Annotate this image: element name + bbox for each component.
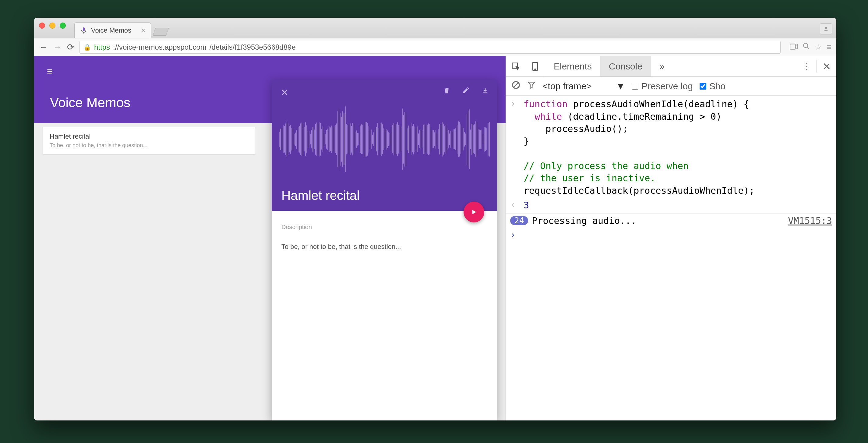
play-button[interactable] [464, 202, 484, 223]
bookmark-icon[interactable]: ☆ [815, 42, 822, 52]
log-count-badge: 24 [510, 216, 528, 225]
content-row: ≡ Voice Memos Hamlet recital To be, or n… [34, 56, 836, 420]
console-result: 3 [524, 199, 832, 212]
app-title: Voice Memos [50, 95, 130, 110]
chrome-profile-button[interactable] [820, 24, 832, 34]
url-path: /details/f1f3953e5668d89e [210, 43, 296, 52]
log-source-link[interactable]: VM1515:3 [788, 215, 832, 226]
preserve-log-label: Preserve log [642, 81, 692, 91]
chrome-toolbar: ← → ⟳ 🔒 https://voice-memos.appspot.com/… [34, 38, 836, 56]
console-prompt-icon: › [510, 98, 520, 109]
svg-rect-6 [483, 92, 488, 93]
tab-title: Voice Memos [91, 27, 131, 34]
device-icon[interactable] [525, 56, 545, 77]
edit-icon[interactable] [462, 87, 470, 96]
traffic-lights [39, 23, 66, 29]
new-tab-button[interactable] [153, 28, 169, 36]
download-icon[interactable] [482, 87, 489, 96]
svg-point-4 [803, 43, 808, 48]
inspect-icon[interactable] [506, 56, 525, 77]
frame-selector-label: <top frame> [542, 81, 592, 91]
preserve-log-checkbox[interactable]: Preserve log [632, 81, 692, 91]
console-input-code: function processAudioWhenIdle(deadline) … [524, 98, 832, 197]
tab-overflow[interactable]: » [651, 56, 673, 77]
tab-close-button[interactable]: × [141, 26, 145, 35]
svg-line-5 [807, 47, 809, 49]
memo-detail-hero: ✕ Hamlet recital [272, 80, 497, 211]
memo-card[interactable]: Hamlet recital To be, or not to be, that… [43, 127, 256, 154]
app-pane: ≡ Voice Memos Hamlet recital To be, or n… [34, 56, 505, 420]
svg-rect-0 [83, 27, 85, 31]
tab-elements[interactable]: Elements [545, 56, 600, 77]
show-label: Sho [709, 81, 725, 91]
chrome-menu-button[interactable]: ≡ [827, 42, 832, 52]
devtools-pane: Elements Console » ⋮ ✕ <top frame> [505, 56, 836, 420]
browser-tab[interactable]: Voice Memos × [74, 22, 151, 38]
frame-selector[interactable]: <top frame> ▼ [542, 81, 625, 91]
lock-icon: 🔒 [84, 43, 91, 51]
window-minimize-button[interactable] [49, 23, 56, 29]
devtools-menu-button[interactable]: ⋮ [797, 61, 816, 71]
app-menu-button[interactable]: ≡ [47, 66, 53, 77]
memo-list: Hamlet recital To be, or not to be, that… [43, 127, 256, 154]
window-close-button[interactable] [39, 23, 45, 29]
memo-card-title: Hamlet recital [50, 132, 249, 141]
devtools-close-button[interactable]: ✕ [817, 60, 836, 72]
memo-detail-body: Description To be, or not to be, that is… [272, 211, 497, 264]
user-icon [823, 26, 829, 32]
svg-line-11 [514, 83, 518, 87]
chevron-down-icon: ▼ [616, 81, 625, 91]
chrome-titlebar: Voice Memos × [34, 18, 836, 38]
memo-detail-card: ✕ Hamlet recital [272, 80, 497, 420]
back-button[interactable]: ← [39, 42, 48, 52]
url-host: ://voice-memos.appspot.com [113, 43, 207, 52]
browser-window: Voice Memos × ← → ⟳ 🔒 https://voice-memo… [34, 18, 836, 420]
show-checkbox[interactable]: Sho [700, 81, 725, 91]
description-label: Description [281, 224, 487, 231]
console-output[interactable]: › function processAudioWhenIdle(deadline… [506, 96, 836, 420]
clear-console-icon[interactable] [512, 81, 521, 92]
camera-icon[interactable] [790, 42, 798, 52]
devtools-tabs: Elements Console » ⋮ ✕ [506, 56, 836, 77]
detail-close-button[interactable]: ✕ [281, 87, 288, 98]
mic-icon [80, 27, 87, 34]
window-maximize-button[interactable] [60, 23, 66, 29]
address-bar[interactable]: 🔒 https://voice-memos.appspot.com/detail… [80, 41, 781, 54]
waveform-visual [272, 101, 497, 177]
zoom-icon[interactable] [803, 42, 810, 52]
svg-point-9 [535, 69, 536, 70]
svg-rect-3 [790, 44, 795, 49]
filter-icon[interactable] [527, 81, 536, 91]
forward-button[interactable]: → [53, 42, 62, 52]
toolbar-right-icons: ☆ ≡ [790, 42, 832, 52]
tab-console[interactable]: Console [600, 56, 651, 77]
memo-description: To be, or not to be, that is the questio… [281, 243, 487, 251]
detail-actions [443, 87, 489, 96]
reload-button[interactable]: ⟳ [67, 42, 74, 52]
memo-detail-title: Hamlet recital [281, 188, 360, 203]
svg-point-2 [825, 27, 827, 29]
console-log-row: 24 Processing audio... VM1515:3 [506, 213, 836, 228]
console-result-icon: ‹ [510, 199, 520, 210]
console-filter-bar: <top frame> ▼ Preserve log Sho [506, 77, 836, 96]
console-prompt-icon: › [510, 229, 520, 240]
memo-card-subtitle: To be, or not to be, that is the questio… [50, 142, 249, 149]
log-message: Processing audio... [532, 215, 636, 226]
play-icon [470, 209, 477, 215]
url-protocol: https [94, 43, 110, 52]
delete-icon[interactable] [443, 87, 450, 96]
